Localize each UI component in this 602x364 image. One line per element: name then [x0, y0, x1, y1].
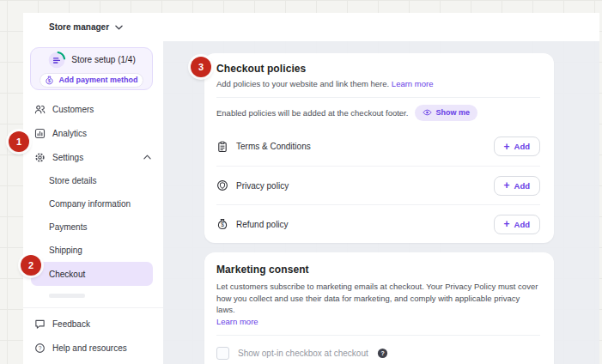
marketing-body-line-2: how you collect and use their data for m… [216, 293, 540, 316]
eye-icon [423, 109, 432, 116]
sidebar-item-partial [49, 294, 85, 298]
policy-name: Privacy policy [236, 181, 289, 191]
enabled-policies-note-row: Enabled policies will be added at the ch… [216, 98, 540, 127]
plus-icon: + [504, 219, 510, 229]
learn-more-link[interactable]: Learn more [216, 317, 258, 326]
sidebar-item-checkout[interactable]: Checkout [31, 262, 153, 286]
help-filled-icon[interactable]: ? [377, 348, 388, 359]
plus-icon: + [504, 142, 510, 152]
setup-title: Store setup (1/4) [71, 55, 135, 64]
sidebar-item-label: Store details [49, 176, 97, 185]
sidebar-item-label: Feedback [52, 319, 90, 329]
sidebar-item-shipping[interactable]: Shipping [23, 239, 163, 262]
opt-in-checkbox[interactable] [216, 347, 229, 360]
sidebar-divider [23, 307, 163, 308]
policy-row-terms: Terms & Conditions + Add [216, 127, 540, 166]
sidebar-item-label: Payments [49, 222, 87, 232]
money-bag-icon: $ [45, 76, 54, 85]
feedback-icon [34, 318, 46, 330]
sidebar-item-label: Checkout [49, 270, 85, 279]
page-subtitle: Add policies to your website and link th… [216, 79, 540, 88]
svg-text:$: $ [49, 77, 52, 82]
add-button-label: Add [514, 181, 530, 191]
learn-more-link[interactable]: Learn more [392, 79, 434, 88]
analytics-icon [34, 128, 46, 139]
page-title: Checkout policies [216, 63, 540, 75]
sidebar-item-store-details[interactable]: Store details [23, 169, 163, 192]
customers-icon [34, 104, 46, 115]
svg-text:?: ? [380, 350, 384, 356]
sidebar-item-label: Settings [52, 153, 83, 162]
sidebar-item-help-and-resources[interactable]: ? Help and resources [23, 336, 163, 360]
marketing-body-line-1: Let customers subscribe to marketing ema… [216, 281, 540, 293]
policy-name: Refund policy [236, 220, 289, 229]
annotation-badge-3: 3 [191, 57, 211, 77]
add-button-label: Add [514, 142, 530, 151]
sidebar-item-label: Help and resources [52, 343, 127, 353]
chevron-up-icon[interactable] [143, 155, 151, 160]
add-privacy-button[interactable]: + Add [494, 176, 540, 196]
help-circle-icon: ? [34, 343, 46, 354]
add-payment-method-label: Add payment method [58, 76, 137, 84]
plus-icon: + [504, 180, 510, 191]
app-window: Store manager Store setup (1/4) [0, 0, 602, 364]
sidebar-item-payments[interactable]: Payments [23, 215, 163, 239]
sidebar-item-customers[interactable]: Customers [23, 97, 163, 121]
sidebar-item-company-information[interactable]: Company information [23, 192, 163, 215]
marketing-title: Marketing consent [216, 264, 540, 276]
sidebar-item-settings[interactable]: Settings [23, 145, 163, 169]
enabled-policies-note: Enabled policies will be added at the ch… [216, 108, 408, 118]
gear-icon [34, 152, 46, 163]
store-manager-dropdown[interactable]: Store manager [49, 22, 123, 32]
sidebar: Store setup (1/4) $ Add payment method C… [23, 41, 163, 364]
sidebar-item-feedback[interactable]: Feedback [23, 312, 163, 336]
add-button-label: Add [514, 220, 530, 229]
store-manager-label: Store manager [49, 22, 109, 32]
store-setup-card[interactable]: Store setup (1/4) $ Add payment method [30, 47, 153, 90]
add-payment-method-button[interactable]: $ Add payment method [40, 73, 143, 88]
money-bag-icon: $ [216, 218, 228, 230]
chevron-down-icon [115, 25, 123, 30]
shield-badge-icon [216, 179, 228, 191]
marketing-consent-card: Marketing consent Let customers subscrib… [204, 252, 554, 364]
opt-in-checkbox-row: Show opt-in checkbox at checkout ? [216, 339, 540, 364]
add-refund-button[interactable]: + Add [494, 215, 540, 234]
sidebar-item-label: Analytics [52, 129, 87, 138]
top-bar: Store manager [23, 13, 599, 41]
policy-row-refund: $ Refund policy + Add [216, 204, 540, 243]
svg-text:?: ? [39, 344, 42, 350]
sidebar-item-analytics[interactable]: Analytics [23, 121, 163, 145]
checkout-policies-card: Checkout policies Add policies to your w… [204, 53, 554, 243]
annotation-badge-1: 1 [9, 131, 29, 152]
show-me-button[interactable]: Show me [415, 105, 477, 121]
show-me-label: Show me [435, 108, 470, 117]
clipboard-icon [216, 141, 228, 153]
divider [216, 335, 540, 336]
opt-in-checkbox-label: Show opt-in checkbox at checkout [238, 349, 368, 358]
sidebar-item-label: Shipping [49, 246, 82, 255]
policy-row-privacy: Privacy policy + Add [216, 166, 540, 204]
annotation-badge-2: 2 [21, 255, 41, 276]
sidebar-item-label: Customers [52, 105, 94, 114]
svg-text:$: $ [221, 221, 224, 228]
add-terms-button[interactable]: + Add [494, 136, 540, 156]
policy-name: Terms & Conditions [236, 142, 311, 151]
sidebar-item-label: Company information [49, 199, 131, 209]
setup-progress-icon [47, 51, 66, 70]
